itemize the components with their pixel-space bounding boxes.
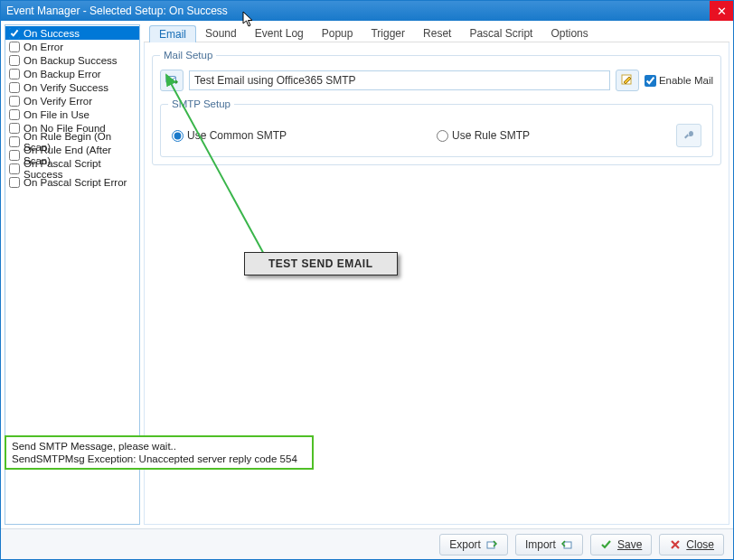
annotation-label: TEST SEND EMAIL: [244, 252, 398, 275]
status-line-2: SendSMTPMsg Exception: Unaccepted server…: [12, 453, 306, 465]
sidebar-item-checkbox[interactable]: [9, 28, 20, 39]
sidebar-item[interactable]: On Pascal Script Success: [5, 162, 139, 175]
sidebar-item-checkbox[interactable]: [9, 109, 20, 120]
use-rule-smtp-label: Use Rule SMTP: [452, 129, 530, 142]
export-label: Export: [449, 538, 481, 551]
sidebar-item-checkbox[interactable]: [9, 150, 20, 161]
close-label: Close: [686, 538, 714, 551]
sidebar-item-checkbox[interactable]: [9, 69, 20, 79]
window-close-button[interactable]: ✕: [710, 1, 733, 21]
sidebar-item-checkbox[interactable]: [9, 177, 20, 188]
use-common-smtp-radio[interactable]: Use Common SMTP: [172, 129, 437, 142]
edit-mail-button[interactable]: [616, 70, 639, 91]
svg-rect-4: [564, 542, 571, 548]
check-icon: [600, 538, 613, 551]
edit-pencil-icon: [621, 74, 634, 87]
tab-options[interactable]: Options: [541, 25, 597, 42]
import-icon: [560, 538, 573, 551]
sidebar-item[interactable]: On Backup Success: [5, 53, 139, 67]
tab-event-log[interactable]: Event Log: [246, 25, 313, 42]
smtp-settings-button[interactable]: [676, 124, 701, 147]
test-send-email-button[interactable]: [160, 70, 184, 91]
mail-setup-legend: Mail Setup: [160, 50, 216, 61]
sidebar-item-label: On File in Use: [24, 109, 89, 120]
sidebar-item[interactable]: On Backup Error: [5, 67, 139, 80]
sidebar-item-checkbox[interactable]: [9, 82, 20, 93]
sidebar-item-label: On Verify Error: [24, 96, 92, 107]
sidebar-item-label: On Error: [24, 42, 63, 52]
sidebar-item[interactable]: On Verify Error: [5, 94, 139, 107]
sidebar-item-checkbox[interactable]: [9, 136, 20, 147]
smtp-setup-fieldset: SMTP Setup Use Common SMTP Use Rule SMTP: [160, 98, 713, 157]
save-label: Save: [617, 538, 642, 551]
import-label: Import: [525, 538, 556, 551]
sidebar-item-label: On Backup Success: [24, 55, 118, 66]
enable-mail-label: Enable Mail: [659, 75, 713, 86]
sidebar-item[interactable]: On Error: [5, 40, 139, 53]
tab-sound[interactable]: Sound: [196, 25, 246, 42]
dialog-button-bar: Export Import Sav: [1, 528, 733, 559]
sidebar-item[interactable]: On Pascal Script Error: [5, 175, 139, 189]
export-button[interactable]: Export: [439, 534, 508, 555]
tab-reset[interactable]: Reset: [414, 25, 460, 42]
sidebar-item[interactable]: On Verify Success: [5, 80, 139, 94]
status-log: Send SMTP Message, please wait.. SendSMT…: [5, 435, 314, 470]
x-icon: [669, 538, 682, 551]
export-icon: [485, 538, 498, 551]
tab-trigger[interactable]: Trigger: [362, 25, 414, 42]
sidebar-item-label: On Success: [24, 28, 80, 39]
use-rule-smtp-radio[interactable]: Use Rule SMTP: [437, 129, 530, 142]
sidebar-item-checkbox[interactable]: [9, 96, 20, 107]
sidebar-item-checkbox[interactable]: [9, 123, 20, 134]
tab-popup[interactable]: Popup: [313, 25, 362, 42]
sidebar-item[interactable]: On File in Use: [5, 107, 139, 121]
sidebar-item-label: On Verify Success: [24, 82, 108, 93]
wrench-icon: [682, 129, 695, 142]
tab-email[interactable]: Email: [149, 25, 196, 43]
enable-mail-checkbox[interactable]: Enable Mail: [645, 75, 713, 87]
window-title: Event Manager - Selected Setup: On Succe…: [6, 5, 710, 17]
sidebar-item-checkbox[interactable]: [9, 42, 20, 52]
import-button[interactable]: Import: [515, 534, 583, 555]
svg-rect-3: [487, 542, 494, 548]
status-line-1: Send SMTP Message, please wait..: [12, 440, 306, 453]
close-button[interactable]: Close: [659, 534, 724, 555]
sidebar-item-label: On Backup Error: [24, 69, 101, 79]
envelope-send-icon: [165, 74, 178, 87]
sidebar-item-checkbox[interactable]: [9, 163, 20, 174]
use-common-smtp-label: Use Common SMTP: [187, 129, 287, 142]
tab-bar: EmailSoundEvent LogPopupTriggerResetPasc…: [144, 24, 729, 42]
close-icon: ✕: [717, 5, 727, 17]
mail-setup-fieldset: Mail Setup: [152, 50, 721, 165]
mail-subject-input[interactable]: [189, 70, 610, 90]
sidebar-item-checkbox[interactable]: [9, 55, 20, 66]
save-button[interactable]: Save: [590, 534, 652, 555]
tab-pascal-script[interactable]: Pascal Script: [460, 25, 541, 42]
smtp-setup-legend: SMTP Setup: [168, 98, 234, 109]
sidebar-item[interactable]: On Success: [5, 26, 139, 40]
sidebar-item-label: On Pascal Script Error: [24, 177, 127, 188]
